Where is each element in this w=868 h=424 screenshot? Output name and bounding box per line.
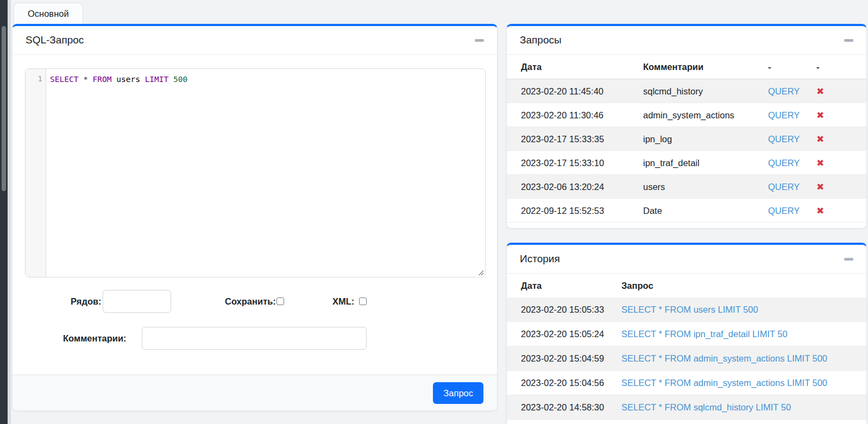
delete-query-icon[interactable]: ✖ [816, 181, 824, 192]
query-date: 2023-02-17 15:33:10 [521, 157, 604, 168]
query-date: 2023-02-20 11:45:40 [521, 86, 603, 96]
table-row: 2023-02-20 11:30:46admin_system_actionsQ… [507, 103, 866, 127]
sql-query-panel: SQL-Запрос 1 SELECT * FROM users LIMIT 5… [12, 24, 498, 411]
query-button[interactable]: Запрос [433, 382, 483, 404]
query-comment: users [643, 181, 665, 192]
history-query-link[interactable]: SELECT * FROM users LIMIT 500 [621, 305, 758, 315]
query-load-link[interactable]: QUERY [768, 86, 800, 96]
queries-panel-title: Запросы [520, 34, 562, 46]
sql-panel-header: SQL-Запрос [12, 26, 497, 55]
sql-token [168, 75, 173, 84]
query-date: 2022-09-12 15:52:53 [521, 205, 604, 216]
history-panel: История Дата Запрос 2023-02-20 15:05:33S… [506, 243, 867, 424]
queries-panel-header: Запросы [507, 26, 866, 55]
history-date: 2023-02-20 15:04:59 [521, 353, 604, 364]
sql-token: SELECT [50, 75, 78, 84]
delete-query-icon[interactable]: ✖ [816, 205, 824, 216]
rows-input[interactable] [103, 290, 171, 313]
history-panel-title: История [520, 253, 560, 265]
query-date: 2023-02-20 11:30:46 [521, 110, 603, 120]
tab-main-label: Основной [28, 9, 69, 19]
query-comment: ipn_log [643, 134, 672, 144]
history-table-header: Дата Запрос [507, 274, 866, 298]
history-date: 2023-02-20 14:58:30 [521, 402, 604, 413]
minimize-icon[interactable] [475, 39, 484, 42]
table-row: 2023-02-06 13:20:24usersQUERY✖ [507, 175, 866, 199]
form-row-options: Рядов: Сохранить: XML: [12, 289, 497, 313]
history-panel-header: История [507, 245, 866, 274]
column-header-action2: - [816, 62, 820, 72]
query-comment: admin_system_actions [643, 110, 734, 120]
query-load-link[interactable]: QUERY [768, 205, 800, 216]
sql-token [88, 75, 93, 84]
save-checkbox[interactable] [276, 298, 284, 305]
queries-panel: Запросы Дата Комментарии - - 2023-02-20 … [506, 24, 867, 229]
sql-token: 500 [173, 75, 187, 84]
history-query-link[interactable]: SELECT * FROM ipn_traf_detail LIMIT 50 [621, 329, 788, 339]
query-load-link[interactable]: QUERY [768, 110, 800, 120]
tab-main[interactable]: Основной [14, 3, 83, 24]
query-comment: Date [643, 205, 662, 216]
table-row: 2023-02-17 15:33:10ipn_traf_detailQUERY✖ [507, 151, 866, 175]
xml-checkbox[interactable] [359, 298, 367, 305]
column-header-date: Дата [521, 281, 542, 291]
query-date: 2023-02-17 15:33:35 [521, 134, 604, 144]
column-header-date: Дата [521, 62, 542, 72]
query-date: 2023-02-06 13:20:24 [521, 181, 604, 192]
sql-panel-footer: Запрос [12, 375, 497, 410]
sql-token [78, 75, 83, 84]
delete-query-icon[interactable]: ✖ [816, 86, 824, 97]
query-comment: sqlcmd_history [643, 86, 703, 96]
history-date: 2023-02-20 15:05:33 [521, 305, 604, 315]
form-row-comments: Комментарии: [12, 326, 497, 350]
minimize-icon[interactable] [844, 39, 853, 42]
resize-handle-icon[interactable] [477, 269, 484, 276]
xml-label: XML: [332, 296, 354, 307]
column-header-action1: - [768, 62, 771, 72]
save-label: Сохранить: [225, 296, 276, 307]
scrollbar-thumb[interactable] [2, 26, 6, 191]
history-query-link[interactable]: SELECT * FROM admin_system_actions LIMIT… [621, 353, 827, 364]
delete-query-icon[interactable]: ✖ [816, 134, 824, 144]
query-load-link[interactable]: QUERY [768, 157, 800, 168]
minimize-icon[interactable] [844, 258, 853, 261]
table-row: 2023-02-20 15:04:59SELECT * FROM admin_s… [507, 346, 866, 371]
table-row: 2023-02-20 11:45:40sqlcmd_historyQUERY✖ [507, 79, 866, 103]
column-header-comments: Комментарии [643, 62, 703, 72]
sql-panel-title: SQL-Запрос [26, 34, 84, 46]
sql-token: FROM [93, 75, 112, 84]
table-row: 2023-02-17 15:33:35ipn_logQUERY✖ [507, 127, 866, 151]
left-scrollbar-rail [0, 0, 8, 424]
line-number: 1 [38, 74, 42, 83]
rows-label: Рядов: [71, 296, 102, 307]
history-date: 2023-02-20 15:04:56 [521, 378, 604, 388]
query-load-link[interactable]: QUERY [768, 181, 800, 192]
delete-query-icon[interactable]: ✖ [816, 157, 824, 168]
column-header-query: Запрос [621, 281, 653, 291]
table-row: 2022-09-12 15:52:53DateQUERY✖ [507, 199, 866, 223]
query-comment: ipn_traf_detail [643, 157, 700, 168]
table-row: 2023-02-20 15:05:33SELECT * FROM users L… [507, 298, 866, 322]
sql-token: users [112, 75, 145, 84]
history-date: 2023-02-20 15:05:24 [521, 329, 604, 339]
sql-code-line[interactable]: SELECT * FROM users LIMIT 500 [47, 69, 485, 277]
delete-query-icon[interactable]: ✖ [816, 110, 824, 121]
editor-gutter: 1 [26, 69, 46, 277]
query-load-link[interactable]: QUERY [768, 134, 800, 144]
sql-token: LIMIT [145, 75, 169, 84]
history-query-link[interactable]: SELECT * FROM sqlcmd_history LIMIT 50 [621, 402, 791, 413]
table-row: 2023-02-20 15:05:24SELECT * FROM ipn_tra… [507, 322, 866, 346]
table-row: 2023-02-20 15:04:56SELECT * FROM admin_s… [507, 371, 866, 395]
sql-editor[interactable]: 1 SELECT * FROM users LIMIT 500 [25, 68, 486, 277]
comments-input[interactable] [142, 327, 367, 350]
rail-edge-divider [8, 0, 11, 424]
sql-token: * [83, 75, 88, 84]
comments-label: Комментарии: [63, 333, 127, 344]
history-query-link[interactable]: SELECT * FROM admin_system_actions LIMIT… [621, 378, 827, 388]
table-row: 2023-02-20 14:58:30SELECT * FROM sqlcmd_… [507, 395, 866, 420]
queries-table-header: Дата Комментарии - - [507, 55, 866, 79]
